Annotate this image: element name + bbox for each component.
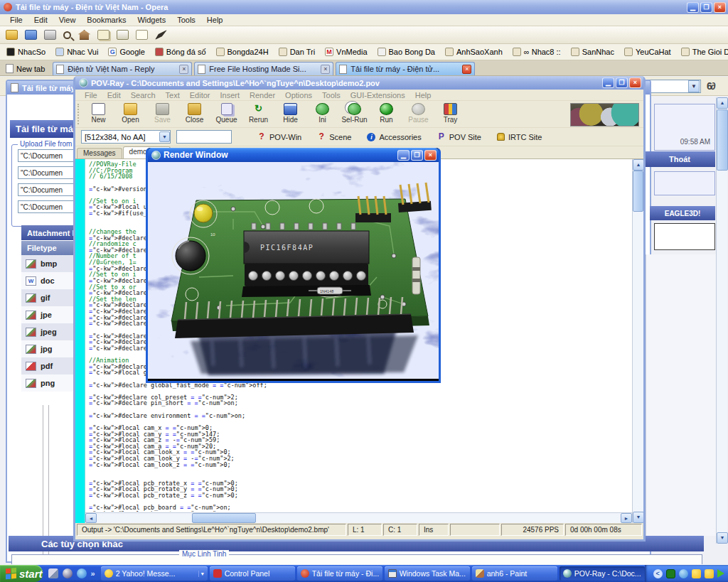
taskbar-task-2-yahoo-messe[interactable]: 2 Yahoo! Messe...▾ <box>101 566 208 581</box>
opera-titlebar[interactable]: Tải file từ máy - Điện tử Việt Nam - Ope… <box>0 0 728 14</box>
o-print-icon[interactable] <box>44 30 56 40</box>
scroll-thumb[interactable] <box>717 109 728 171</box>
scroll-thumb[interactable] <box>633 171 643 212</box>
open-button[interactable]: Open <box>114 102 146 124</box>
o-pages-icon[interactable] <box>97 30 109 40</box>
collapse-chevron-icon[interactable]: < <box>653 569 663 578</box>
opera-menu-widgets[interactable]: Widgets <box>132 16 171 24</box>
chevron-down-icon[interactable]: ▼ <box>159 131 170 142</box>
find-glasses-icon[interactable]: 6∂ <box>707 80 725 92</box>
o-pen-icon[interactable] <box>155 30 167 40</box>
irtc-site-link[interactable]: IRTC Site <box>497 133 542 141</box>
minimize-button[interactable]: ▁ <box>687 2 699 13</box>
povray-quick-icon[interactable] <box>63 568 73 578</box>
close-button[interactable]: × <box>424 150 437 161</box>
povray-titlebar[interactable]: POV-Ray - C:\Documents and Settings\Le^H… <box>75 76 643 90</box>
page-scrollbar[interactable]: ▲ ▼ <box>716 97 727 544</box>
opera-tab-i-n-t-vi-t-nam-reply[interactable]: Điện tử Việt Nam - Reply× <box>53 62 192 75</box>
tab-close-icon[interactable]: × <box>462 65 471 74</box>
pov-menu-edit[interactable]: Edit <box>102 91 126 99</box>
taskbar-task-t-i-file-t-m-y-i[interactable]: Tải file từ máy - Đi... <box>297 566 382 581</box>
pov-menu-options[interactable]: Options <box>280 91 317 99</box>
search-dropdown-icon[interactable]: ▼ <box>688 80 700 92</box>
bookmark-bao-bong-da[interactable]: Bao Bong Da <box>374 47 439 57</box>
pov-menu-editor[interactable]: Editor <box>185 91 215 99</box>
pov-site-link[interactable]: PPOV Site <box>437 132 481 141</box>
ini-button[interactable]: Ini <box>306 102 338 124</box>
green-display-icon[interactable] <box>666 569 675 578</box>
accessories-link[interactable]: iAccessories <box>367 133 421 141</box>
tray-button[interactable]: Tray <box>434 102 466 124</box>
maximize-button[interactable]: ❐ <box>411 150 423 161</box>
taskbar-task-anh6-paint[interactable]: anh6 - Paint <box>472 566 557 581</box>
opera-menu-view[interactable]: View <box>53 16 82 24</box>
taskbar-task-windows-task-ma[interactable]: Windows Task Ma... <box>385 566 470 581</box>
pov-menu-render[interactable]: Render <box>245 91 280 99</box>
opera-menu-help[interactable]: Help <box>201 16 229 24</box>
bookmark-the-gioi-di-dong[interactable]: The Gioi Di Dong <box>678 47 728 57</box>
opera-menu-bookmarks[interactable]: Bookmarks <box>81 16 132 24</box>
pov-menu-tools[interactable]: Tools <box>317 91 346 99</box>
smiley2-icon[interactable] <box>705 569 714 578</box>
bookmark-dan-tri[interactable]: Dan Tri <box>275 47 318 57</box>
bookmark-anhsaoxanh[interactable]: AnhSaoXanh <box>441 47 506 57</box>
messenger-face-icon[interactable] <box>679 569 688 578</box>
close-button[interactable]: × <box>629 77 641 88</box>
run-button[interactable]: Run <box>370 102 402 124</box>
scene-link[interactable]: ?Scene <box>317 132 351 141</box>
pov-win-link[interactable]: ?POV-Win <box>257 132 301 141</box>
scroll-down-icon[interactable]: ▼ <box>717 532 728 544</box>
bookmark-nhac8[interactable]: ∞ Nhac8 :: <box>509 47 564 57</box>
new-tab-button[interactable]: New tab <box>3 63 50 75</box>
opera-menu-edit[interactable]: Edit <box>28 16 53 24</box>
taskbar-task-pov-ray-c-doc[interactable]: POV-Ray - C:\Doc... <box>560 566 645 581</box>
tab-close-icon[interactable]: × <box>321 65 330 74</box>
pov-menu-text[interactable]: Text <box>161 91 185 99</box>
bookmark-google[interactable]: GGoogle <box>105 47 148 57</box>
pov-menu-help[interactable]: Help <box>410 91 437 99</box>
logout-button[interactable]: Thoát <box>644 151 715 167</box>
sel-run-button[interactable]: Sel-Run <box>338 102 370 124</box>
scroll-left-icon[interactable]: ◄ <box>85 513 97 523</box>
pov-menu-insert[interactable]: Insert <box>215 91 245 99</box>
queue-button[interactable]: Queue <box>210 102 242 124</box>
minimize-button[interactable]: ▁ <box>602 77 614 88</box>
o-folder-icon[interactable] <box>6 30 18 40</box>
editor-tab-messages[interactable]: Messages <box>77 148 122 158</box>
hide-button[interactable]: Hide <box>274 102 306 124</box>
bookmark-yeucahat[interactable]: YeuCaHat <box>621 47 675 57</box>
pov-menu-gui-extensions[interactable]: GUI-Extensions <box>346 91 410 99</box>
close-button[interactable]: × <box>714 2 726 13</box>
maximize-button[interactable]: ❐ <box>700 2 712 13</box>
opera-menu-tools[interactable]: Tools <box>171 16 201 24</box>
scroll-up-icon[interactable]: ▲ <box>633 159 643 171</box>
o-search-icon[interactable] <box>63 31 71 39</box>
editor-hscrollbar[interactable]: ◄ ► <box>85 512 632 523</box>
scroll-right-icon[interactable]: ► <box>621 513 632 523</box>
tab-close-icon[interactable]: × <box>179 65 188 74</box>
bookmark-nhacso[interactable]: NhacSo <box>3 47 49 57</box>
rerun-button[interactable]: ↻Rerun <box>242 102 274 124</box>
o-note-icon[interactable] <box>136 30 148 40</box>
bookmark-nhac-vui[interactable]: Nhac Vui <box>52 47 102 57</box>
taskbar-task-control-panel[interactable]: Control Panel <box>210 566 295 581</box>
task-dropdown-arrow-icon[interactable]: ▾ <box>198 571 204 577</box>
bookmark-vnmedia[interactable]: MVnMedia <box>321 47 370 57</box>
editor-vscrollbar[interactable]: ▲ ▼ <box>632 159 643 523</box>
o-home-icon[interactable] <box>78 30 90 40</box>
bookmark-bongda24h[interactable]: Bongda24H <box>213 47 272 57</box>
minimize-button[interactable]: ▁ <box>397 150 410 161</box>
start-button[interactable]: start <box>0 565 43 582</box>
resolution-dropdown[interactable]: [512x384, No AA] ▼ <box>81 130 171 144</box>
quick-launch-chevron-icon[interactable]: » <box>91 569 95 578</box>
scroll-thumb[interactable] <box>192 513 256 523</box>
close-button[interactable]: Close <box>178 102 210 124</box>
opera-tab-free-file-hosting-made-si[interactable]: Free File Hosting Made Si...× <box>194 62 333 75</box>
pov-menu-file[interactable]: File <box>80 91 102 99</box>
opera-tab-t-i-file-t-m-y-i-n-t[interactable]: Tải file từ máy - Điện tử...× <box>336 62 475 75</box>
new-button[interactable]: New <box>82 102 114 124</box>
maximize-button[interactable]: ❐ <box>616 77 628 88</box>
render-window-titlebar[interactable]: Render Window ▁ ❐ × <box>148 148 439 162</box>
o-save-icon[interactable] <box>25 30 37 40</box>
desktop-quick-icon[interactable] <box>48 568 58 578</box>
